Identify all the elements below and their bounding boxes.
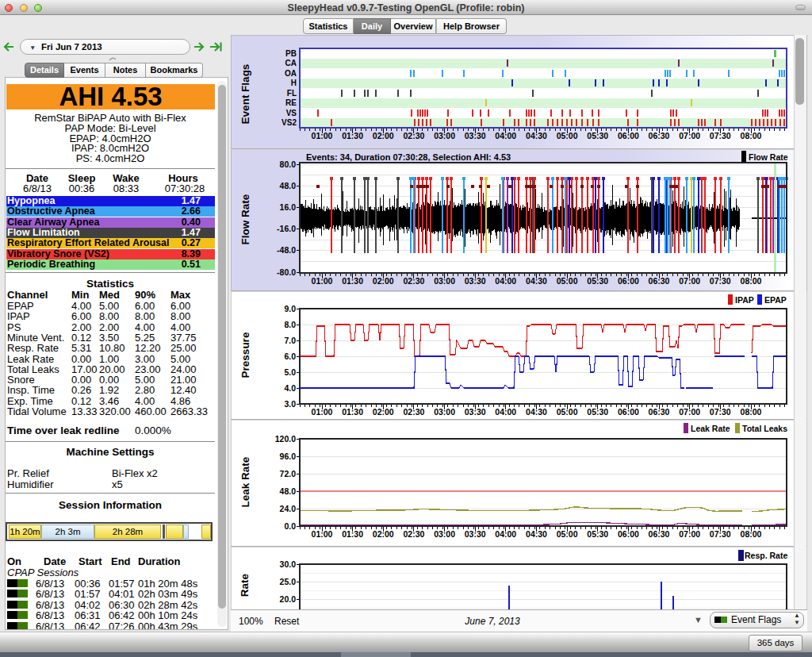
svg-text:07:30: 07:30	[710, 529, 731, 539]
svg-text:05:00: 05:00	[557, 131, 578, 140]
svg-text:01:30: 01:30	[342, 407, 363, 417]
svg-text:06:00: 06:00	[618, 131, 639, 140]
svg-text:03:00: 03:00	[434, 131, 455, 140]
svg-text:01:00: 01:00	[312, 276, 333, 286]
svg-text:-48.0: -48.0	[277, 245, 296, 255]
svg-text:80.0: 80.0	[280, 159, 297, 169]
svg-text:08:00: 08:00	[741, 131, 762, 140]
svg-text:16.0: 16.0	[280, 202, 297, 212]
svg-text:06:30: 06:30	[649, 407, 670, 417]
svg-text:05:00: 05:00	[557, 276, 578, 286]
svg-text:96.0: 96.0	[280, 451, 297, 461]
svg-text:H: H	[291, 79, 297, 87]
svg-text:VS2: VS2	[282, 118, 297, 127]
svg-text:03:30: 03:30	[465, 529, 486, 539]
svg-text:04:00: 04:00	[495, 407, 516, 417]
svg-text:07:30: 07:30	[710, 131, 731, 140]
svg-text:RE: RE	[285, 98, 297, 107]
svg-text:48.0: 48.0	[280, 181, 297, 190]
svg-text:120.0: 120.0	[275, 434, 296, 444]
svg-text:02:30: 02:30	[403, 407, 424, 417]
svg-text:03:30: 03:30	[465, 407, 486, 417]
svg-text:9.0: 9.0	[284, 304, 296, 313]
svg-text:04:30: 04:30	[526, 407, 547, 417]
svg-text:7.0: 7.0	[284, 336, 296, 345]
svg-text:03:00: 03:00	[434, 276, 455, 286]
svg-text:6.0: 6.0	[284, 352, 296, 361]
svg-text:72.0: 72.0	[280, 469, 297, 478]
svg-text:4.0: 4.0	[284, 383, 296, 393]
svg-text:06:30: 06:30	[649, 131, 670, 140]
svg-text:01:00: 01:00	[312, 407, 333, 417]
svg-text:20.0: 20.0	[280, 594, 297, 604]
svg-text:0.0: 0.0	[284, 521, 296, 531]
svg-text:03:00: 03:00	[434, 529, 455, 539]
svg-text:-80.0: -80.0	[277, 267, 296, 277]
svg-text:30.0: 30.0	[280, 559, 297, 569]
svg-text:02:30: 02:30	[403, 276, 424, 286]
svg-text:06:00: 06:00	[618, 407, 639, 417]
svg-text:CA: CA	[285, 59, 297, 67]
svg-text:01:30: 01:30	[342, 529, 363, 539]
svg-text:5.0: 5.0	[284, 367, 296, 377]
svg-text:07:00: 07:00	[679, 276, 700, 286]
svg-text:PB: PB	[285, 49, 297, 58]
svg-text:07:00: 07:00	[679, 529, 700, 539]
svg-text:VS: VS	[286, 109, 297, 117]
svg-text:04:00: 04:00	[495, 529, 516, 539]
svg-text:02:30: 02:30	[403, 131, 424, 140]
svg-text:8.0: 8.0	[284, 320, 296, 329]
svg-text:07:30: 07:30	[710, 407, 731, 417]
svg-text:Total Leaks: Total Leaks	[742, 424, 787, 433]
svg-text:Resp. Rate: Resp. Rate	[745, 551, 787, 560]
svg-text:02:00: 02:00	[373, 529, 394, 539]
svg-text:IPAP: IPAP	[735, 295, 754, 305]
svg-text:04:00: 04:00	[495, 131, 516, 140]
svg-text:02:00: 02:00	[373, 131, 394, 140]
svg-text:05:30: 05:30	[587, 131, 608, 140]
svg-text:07:30: 07:30	[710, 276, 731, 286]
svg-text:05:30: 05:30	[587, 276, 608, 286]
svg-text:08:00: 08:00	[741, 407, 762, 417]
svg-text:OA: OA	[285, 69, 297, 78]
svg-text:07:00: 07:00	[679, 131, 700, 140]
svg-text:04:30: 04:30	[526, 131, 547, 140]
svg-text:Leak Rate: Leak Rate	[691, 424, 730, 433]
svg-text:03:30: 03:30	[465, 276, 486, 286]
svg-text:01:00: 01:00	[312, 131, 333, 140]
svg-text:25.0: 25.0	[280, 577, 297, 586]
svg-text:03:30: 03:30	[465, 131, 486, 140]
svg-text:EPAP: EPAP	[764, 295, 787, 305]
svg-text:01:00: 01:00	[312, 529, 333, 539]
svg-text:24.0: 24.0	[280, 504, 297, 513]
svg-text:05:00: 05:00	[557, 529, 578, 539]
svg-text:3.0: 3.0	[284, 399, 296, 409]
svg-text:06:30: 06:30	[649, 529, 670, 539]
svg-text:Events: 34, Duration 07:30:28,: Events: 34, Duration 07:30:28, Selection…	[306, 152, 511, 162]
svg-text:Flow Rate: Flow Rate	[749, 152, 788, 162]
svg-text:02:30: 02:30	[403, 529, 424, 539]
svg-text:07:00: 07:00	[679, 407, 700, 417]
svg-text:01:30: 01:30	[342, 276, 363, 286]
svg-text:06:00: 06:00	[618, 529, 639, 539]
svg-text:08:00: 08:00	[741, 276, 762, 286]
svg-text:48.0: 48.0	[280, 486, 297, 496]
svg-text:FL: FL	[287, 89, 297, 98]
svg-text:02:00: 02:00	[373, 407, 394, 417]
svg-text:04:30: 04:30	[526, 529, 547, 539]
svg-text:05:30: 05:30	[587, 407, 608, 417]
svg-text:03:00: 03:00	[434, 407, 455, 417]
svg-text:-16.0: -16.0	[277, 224, 296, 233]
svg-text:08:00: 08:00	[741, 529, 762, 539]
svg-text:06:30: 06:30	[649, 276, 670, 286]
svg-text:02:00: 02:00	[373, 276, 394, 286]
svg-text:04:00: 04:00	[495, 276, 516, 286]
svg-text:05:00: 05:00	[557, 407, 578, 417]
svg-text:01:30: 01:30	[342, 131, 363, 140]
svg-text:04:30: 04:30	[526, 276, 547, 286]
svg-text:05:30: 05:30	[587, 529, 608, 539]
svg-text:06:00: 06:00	[618, 276, 639, 286]
